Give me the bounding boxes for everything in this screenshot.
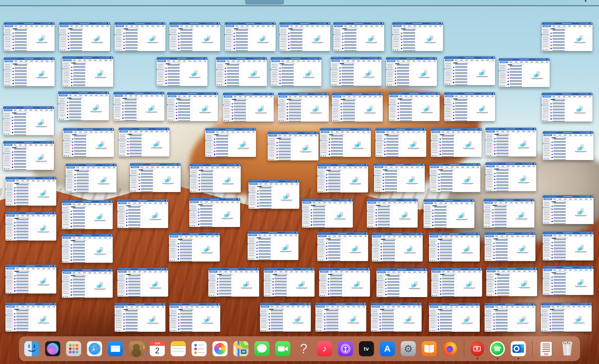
message-list[interactable] [70,206,87,229]
outlook-mail-window[interactable] [315,303,366,332]
outlook-mail-window[interactable] [377,268,427,297]
message-list[interactable] [11,112,28,135]
titlebar-icons[interactable] [415,233,422,235]
titlebar-search-field[interactable] [556,132,580,133]
window-titlebar[interactable] [3,106,54,109]
toolbar-buttons[interactable] [70,26,109,27]
message-list[interactable] [138,169,155,192]
window-titlebar[interactable] [333,22,384,25]
new-message-button[interactable] [224,96,232,98]
toolbar-buttons[interactable] [200,202,239,203]
titlebar-icons[interactable] [420,269,427,270]
titlebar-icons[interactable] [585,93,592,95]
outlook-mail-window[interactable] [216,57,267,86]
titlebar-search-field[interactable] [390,269,414,270]
new-message-button[interactable] [334,25,343,27]
message-list[interactable] [198,169,215,193]
folder-sidebar[interactable] [62,239,70,263]
toolbar-buttons[interactable] [130,131,168,133]
folder-sidebar[interactable] [377,274,384,297]
new-message-button[interactable] [445,59,454,61]
messages-dock-icon[interactable] [254,341,269,356]
message-list[interactable] [327,273,344,297]
folder-sidebar[interactable] [541,308,549,332]
window-titlebar[interactable] [58,91,109,94]
outlook-mail-window[interactable] [119,128,169,157]
folder-sidebar[interactable] [371,308,379,332]
titlebar-search-field[interactable] [512,59,536,60]
folder-sidebar[interactable] [444,98,452,121]
message-list[interactable] [492,204,509,228]
titlebar-icons[interactable] [311,132,318,134]
toolbar-buttons[interactable] [16,215,55,216]
toolbar-buttons[interactable] [201,167,239,169]
titlebar-search-field[interactable] [183,23,206,24]
outlook-mail-window[interactable] [114,92,164,121]
outlook-mail-window[interactable] [485,162,536,191]
outlook-mail-window[interactable] [331,57,381,86]
window-traffic-lights[interactable] [321,129,324,130]
outlook-mail-window[interactable] [389,92,440,121]
outlook-mail-window[interactable] [223,93,274,122]
message-list[interactable] [397,98,414,121]
safari-dock-icon[interactable] [87,341,102,356]
outlook-mail-window[interactable] [169,22,220,51]
new-message-button[interactable] [320,271,329,273]
outlook-mail-window[interactable] [5,303,56,332]
titlebar-icons[interactable] [292,180,299,182]
titlebar-icons[interactable] [586,132,593,133]
toolbar-buttons[interactable] [440,167,479,168]
titlebar-icons[interactable] [436,23,442,24]
new-message-button[interactable] [6,268,15,269]
titlebar-search-field[interactable] [273,303,297,305]
titlebar-icons[interactable] [472,303,479,305]
window-traffic-lights[interactable] [430,233,432,234]
titlebar-search-field[interactable] [71,92,95,94]
outlook-mail-window[interactable] [319,268,370,297]
new-message-button[interactable] [371,306,380,308]
titlebar-search-field[interactable] [442,233,466,235]
window-traffic-lights[interactable] [170,233,173,234]
window-titlebar[interactable] [317,164,368,166]
toolbar-buttons[interactable] [553,96,591,98]
toolbar-buttons[interactable] [313,202,351,204]
window-titlebar[interactable] [484,303,535,306]
outlook-mail-window[interactable] [386,57,437,86]
titlebar-search-field[interactable] [128,23,152,24]
window-titlebar[interactable] [317,232,368,235]
message-list[interactable] [70,239,87,263]
new-message-button[interactable] [543,269,552,271]
new-message-button[interactable] [60,25,69,27]
window-titlebar[interactable] [271,57,321,60]
titlebar-search-field[interactable] [380,199,404,201]
toolbar-buttons[interactable] [434,203,473,204]
titlebar-icons[interactable] [472,233,479,235]
new-message-button[interactable] [430,166,439,168]
outlook-mail-window[interactable] [430,163,480,192]
titlebar-icons[interactable] [314,58,321,59]
toolbar-buttons[interactable] [125,306,164,308]
toolbar-buttons[interactable] [343,96,381,98]
folder-sidebar[interactable] [117,204,125,228]
message-list[interactable] [216,273,234,297]
message-list[interactable] [493,168,511,191]
window-titlebar[interactable] [431,128,482,131]
toolbar-buttons[interactable] [14,144,53,146]
window-traffic-lights[interactable] [485,304,488,305]
folder-sidebar[interactable] [484,238,493,261]
titlebar-search-field[interactable] [131,268,154,270]
message-list[interactable] [175,98,193,121]
titlebar-icons[interactable] [530,268,537,269]
folder-sidebar[interactable] [169,28,177,51]
window-titlebar[interactable] [169,303,220,306]
toolbar-buttons[interactable] [219,271,258,273]
window-titlebar[interactable] [208,268,259,270]
titlebar-icons[interactable] [467,200,474,201]
message-list[interactable] [341,28,359,51]
new-message-button[interactable] [190,201,199,203]
new-message-button[interactable] [318,167,327,169]
new-message-button[interactable] [485,235,494,237]
titlebar-search-field[interactable] [182,233,206,235]
titlebar-search-field[interactable] [291,93,315,95]
message-list[interactable] [256,185,274,209]
